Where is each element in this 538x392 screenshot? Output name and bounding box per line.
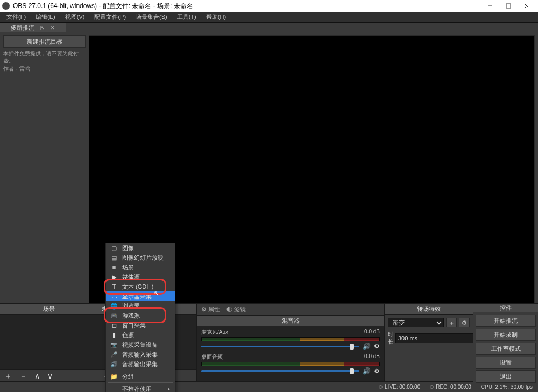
settings-button[interactable]: 设置 (476, 357, 536, 369)
ctx-item-image[interactable]: ▢图像 (106, 243, 175, 253)
dock-tab-row: 多路推流 ⇱ ✕ (0, 23, 538, 32)
start-recording-button[interactable]: 开始录制 (476, 329, 536, 341)
mixer-channel-db: 0.0 dB (364, 329, 380, 336)
gear-icon[interactable]: ⚙ (374, 343, 380, 350)
menu-scenes[interactable]: 场景集合(S) (131, 12, 172, 22)
ctx-separator (108, 370, 173, 370)
mixer-volume-slider[interactable] (201, 370, 359, 372)
multistream-dock-tab-label: 多路推流 (11, 24, 34, 31)
scene-add-button[interactable]: ＋ (2, 372, 14, 380)
media-icon: ▶ (110, 274, 118, 281)
folder-icon: 📁 (110, 373, 118, 380)
menu-profile[interactable]: 配置文件(P) (90, 12, 130, 22)
transition-settings-button[interactable]: ⚙ (459, 318, 470, 327)
scene-down-button[interactable]: ∨ (45, 372, 55, 380)
ctx-item-color-source[interactable]: ▮色源 (106, 330, 175, 340)
scene-remove-button[interactable]: － (17, 372, 29, 380)
scenes-dock: 场景 ＋ － ∧ ∨ (0, 304, 98, 381)
menu-help[interactable]: 帮助(H) (202, 12, 230, 22)
menu-edit[interactable]: 编辑(E) (31, 12, 60, 22)
ctx-item-deprecated[interactable]: 不推荐使用 (106, 384, 175, 392)
slideshow-icon: ▤ (110, 254, 118, 261)
status-rec: REC: 00:00:00 (430, 384, 471, 390)
transition-add-button[interactable]: ＋ (446, 318, 457, 327)
ctx-label: 媒体源 (122, 273, 140, 281)
display-icon: 🖵 (110, 293, 118, 300)
controls-dock: 控件 开始推流 开始录制 工作室模式 设置 退出 (473, 304, 538, 381)
transition-duration-input[interactable] (395, 333, 475, 343)
undock-icon[interactable]: ⇱ (40, 25, 45, 31)
window-maximize-button[interactable] (499, 0, 518, 12)
ctx-item-browser[interactable]: 🌐浏览器 (106, 301, 175, 311)
ctx-label: 浏览器 (122, 302, 140, 310)
mixer-channel-name: 麦克风/Aux (201, 329, 228, 336)
ctx-item-scene[interactable]: ≡场景 (106, 262, 175, 272)
menu-file[interactable]: 文件(F) (2, 12, 30, 22)
mixer-properties-button[interactable]: ⚙ 属性 (201, 305, 220, 313)
ctx-item-slideshow[interactable]: ▤图像幻灯片放映 (106, 253, 175, 262)
ctx-label: 分组 (122, 373, 134, 381)
color-icon: ▮ (110, 332, 118, 339)
app-icon (2, 2, 10, 10)
audio-in-icon: 🎤 (110, 351, 118, 358)
new-stream-target-button[interactable]: 新建推流目标 (3, 35, 86, 48)
mixer-meter (201, 337, 380, 341)
gear-icon[interactable]: ⚙ (374, 367, 380, 375)
mixer-volume-slider[interactable] (201, 346, 359, 347)
ctx-label: 色源 (122, 331, 134, 339)
ctx-label: 文本 (GDI+) (122, 283, 153, 291)
mixer-channel-mic: 麦克风/Aux 0.0 dB 🔊 ⚙ (201, 329, 380, 350)
scene-up-button[interactable]: ∧ (32, 372, 42, 380)
mixer-channel-name: 桌面音频 (201, 353, 223, 361)
ctx-item-text[interactable]: T文本 (GDI+) (106, 282, 175, 291)
ctx-item-group[interactable]: 📁分组 (106, 372, 175, 381)
status-bar: LIVE: 00:00:00 REC: 00:00:00 CPU: 2.1%, … (0, 381, 538, 392)
window-minimize-button[interactable] (481, 0, 499, 12)
plugin-author-note: 本插件免费提供，请不要为此付费。 作者：雷鸣 (3, 50, 86, 73)
mixer-toolbar: ⚙ 属性 ◐ 滤镜 (197, 304, 384, 316)
window-titlebar: OBS 27.0.1 (64-bit, windows) - 配置文件: 未命名… (0, 0, 538, 12)
mixer-channel-db: 0.0 dB (364, 353, 380, 361)
ctx-item-video-device[interactable]: 📷视频采集设备 (106, 340, 175, 350)
ctx-item-game[interactable]: 🎮游戏源 (106, 311, 175, 320)
ctx-label: 音频输入采集 (122, 351, 158, 359)
mixer-dock: ⚙ 属性 ◐ 滤镜 混音器 麦克风/Aux 0.0 dB 🔊 ⚙ 桌面音频 (197, 304, 385, 381)
ctx-item-audio-output[interactable]: 🔊音频输出采集 (106, 359, 175, 369)
controls-dock-header: 控件 (473, 304, 538, 312)
status-live: LIVE: 00:00:00 (379, 384, 420, 390)
ctx-label: 场景 (122, 263, 134, 272)
multistream-dock-tab[interactable]: 多路推流 ⇱ ✕ (0, 23, 66, 32)
game-icon: 🎮 (110, 312, 118, 319)
ctx-item-media[interactable]: ▶媒体源 (106, 272, 175, 282)
ctx-item-display-capture[interactable]: 🖵显示器采集 (106, 291, 175, 301)
transition-select[interactable]: 渐变 (388, 318, 444, 327)
mixer-filters-label: 滤镜 (234, 306, 246, 312)
window-title: OBS 27.0.1 (64-bit, windows) - 配置文件: 未命名… (13, 2, 481, 11)
image-icon: ▢ (110, 245, 118, 252)
speaker-icon[interactable]: 🔊 (363, 367, 371, 375)
close-icon[interactable]: ✕ (51, 25, 55, 31)
start-streaming-button[interactable]: 开始推流 (476, 315, 536, 327)
speaker-icon[interactable]: 🔊 (363, 343, 371, 350)
exit-button[interactable]: 退出 (476, 370, 536, 383)
studio-mode-button[interactable]: 工作室模式 (476, 343, 536, 355)
menu-bar: 文件(F) 编辑(E) 视图(V) 配置文件(P) 场景集合(S) 工具(T) … (0, 12, 538, 23)
svg-rect-1 (506, 4, 511, 8)
ctx-label: 音频输出采集 (122, 360, 158, 368)
ctx-label: 显示器采集 (122, 293, 152, 301)
ctx-item-audio-input[interactable]: 🎤音频输入采集 (106, 350, 175, 359)
ctx-label: 图像幻灯片放映 (122, 254, 164, 262)
menu-tools[interactable]: 工具(T) (173, 12, 201, 22)
ctx-label: 游戏源 (122, 312, 140, 320)
scenes-list[interactable] (0, 315, 98, 369)
ctx-item-window-capture[interactable]: ◻窗口采集 (106, 320, 175, 330)
audio-out-icon: 🔊 (110, 361, 118, 368)
text-icon: T (110, 283, 118, 290)
mixer-dock-header: 混音器 (197, 316, 384, 326)
transitions-dock-header: 转场特效 (385, 304, 473, 315)
ctx-label: 视频采集设备 (122, 341, 158, 349)
window-close-button[interactable] (518, 0, 536, 12)
menu-view[interactable]: 视图(V) (61, 12, 89, 22)
mixer-filters-button[interactable]: ◐ 滤镜 (226, 305, 246, 313)
ctx-label: 窗口采集 (122, 322, 146, 330)
